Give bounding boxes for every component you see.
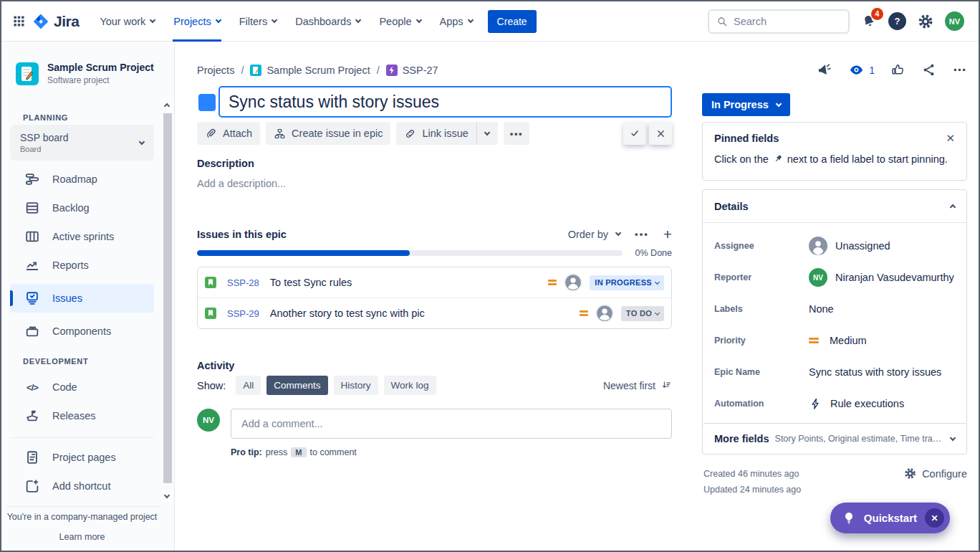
- details-header[interactable]: Details: [703, 190, 966, 223]
- search-input[interactable]: [734, 16, 841, 27]
- link-issue-dropdown[interactable]: [476, 122, 498, 145]
- description-placeholder[interactable]: Add a description...: [197, 178, 286, 189]
- order-by-dropdown[interactable]: Order by: [568, 229, 620, 240]
- quickstart-button[interactable]: Quickstart ✕: [830, 503, 950, 533]
- epic-color-swatch[interactable]: [198, 94, 216, 111]
- reporter-value[interactable]: NV Niranjan Vasudevamurthy: [809, 268, 954, 287]
- profile-avatar[interactable]: NV: [945, 11, 964, 31]
- user-avatar[interactable]: NV: [197, 409, 220, 432]
- filter-history[interactable]: History: [334, 376, 378, 395]
- share-icon[interactable]: [921, 62, 936, 77]
- epic-issue-row[interactable]: SSP-28 To test Sync rules IN PROGRESS: [198, 267, 671, 298]
- sidebar-item-components[interactable]: Components: [10, 317, 154, 346]
- nav-apps[interactable]: Apps: [431, 1, 482, 42]
- close-pinned-button[interactable]: ✕: [946, 132, 955, 145]
- notifications-button[interactable]: 4: [861, 14, 877, 29]
- issue-key-link[interactable]: SSP-28: [227, 277, 259, 288]
- project-header[interactable]: Sample Scrum Project Software project: [16, 62, 154, 85]
- watchers-control[interactable]: 1: [849, 62, 875, 77]
- learn-more-link[interactable]: Learn more: [1, 532, 163, 542]
- breadcrumb-projects[interactable]: Projects: [197, 65, 234, 76]
- components-icon: [24, 323, 41, 339]
- status-transition-button[interactable]: In Progress: [702, 93, 790, 116]
- issue-key-link[interactable]: SSP-29: [227, 308, 259, 319]
- link-issue-button[interactable]: Link issue: [396, 122, 476, 145]
- chevron-down-icon: [950, 434, 956, 440]
- nav-your-work[interactable]: Your work: [90, 1, 164, 42]
- reporter-avatar: NV: [809, 268, 827, 287]
- scrollbar-down-button[interactable]: [161, 489, 173, 503]
- search-box[interactable]: [708, 9, 850, 34]
- sidebar-item-backlog[interactable]: Backlog: [10, 194, 154, 222]
- reporter-name: Niranjan Vasudevamurthy: [835, 272, 954, 283]
- configure-button[interactable]: Configure: [904, 467, 967, 480]
- more-actions-button[interactable]: •••: [504, 122, 529, 145]
- comment-input[interactable]: [231, 409, 672, 439]
- automation-value[interactable]: Rule executions: [809, 397, 904, 411]
- create-issue-in-epic-button[interactable]: Create issue in epic: [266, 122, 390, 145]
- filter-worklog[interactable]: Work log: [384, 376, 436, 395]
- sidebar-item-reports[interactable]: Reports: [10, 251, 154, 280]
- assignee-avatar-icon[interactable]: [564, 273, 582, 292]
- epic-issues-title: Issues in this epic: [197, 229, 287, 240]
- jira-logo-icon: [32, 13, 49, 30]
- sidebar-item-roadmap[interactable]: Roadmap: [10, 165, 154, 194]
- nav-projects[interactable]: Projects: [164, 1, 229, 42]
- issue-title-input[interactable]: [218, 86, 672, 118]
- board-selector[interactable]: SSP board Board: [10, 125, 154, 161]
- sidebar-item-project-pages[interactable]: Project pages: [10, 443, 154, 472]
- sidebar-item-issues[interactable]: Issues: [10, 284, 154, 313]
- jira-window: Jira Your work Projects Filters Dashboar…: [0, 0, 980, 552]
- sidebar-item-releases[interactable]: Releases: [10, 401, 154, 430]
- epic-more-button[interactable]: •••: [635, 229, 649, 239]
- roadmap-icon: [24, 171, 41, 187]
- vote-thumbs-up-icon[interactable]: [890, 62, 905, 77]
- check-icon: [630, 128, 640, 138]
- quickstart-close-button[interactable]: ✕: [925, 508, 944, 528]
- breadcrumb-issue-key[interactable]: SSP-27: [386, 65, 438, 76]
- scrollbar-up-button[interactable]: [161, 97, 173, 112]
- board-text: SSP board Board: [20, 132, 68, 153]
- more-fields-card[interactable]: More fields Story Points, Original estim…: [702, 423, 967, 455]
- sort-order-button[interactable]: Newest first: [603, 380, 672, 391]
- more-actions-icon[interactable]: [952, 62, 967, 77]
- filter-comments[interactable]: Comments: [266, 376, 327, 395]
- breadcrumb-project[interactable]: Sample Scrum Project: [250, 65, 370, 76]
- filter-all[interactable]: All: [236, 376, 261, 395]
- story-icon: [205, 308, 216, 319]
- nav-people[interactable]: People: [370, 1, 430, 42]
- scrollbar-thumb[interactable]: [163, 113, 172, 483]
- jira-logo[interactable]: Jira: [32, 13, 79, 30]
- more-fields-summary: Story Points, Original estimate, Time tr…: [775, 434, 945, 444]
- chevron-down-icon: [415, 17, 421, 23]
- feedback-megaphone-icon[interactable]: [816, 61, 835, 80]
- priority-text: Medium: [830, 335, 867, 346]
- sidebar-item-active-sprints[interactable]: Active sprints: [10, 222, 154, 251]
- confirm-title-button[interactable]: [623, 122, 646, 145]
- story-icon: [205, 277, 216, 288]
- settings-button[interactable]: [918, 14, 933, 29]
- status-dropdown[interactable]: IN PROGRESS: [590, 275, 664, 290]
- labels-value[interactable]: None: [809, 303, 834, 315]
- assignee-value[interactable]: Unassigned: [809, 237, 890, 255]
- priority-value[interactable]: Medium: [809, 335, 867, 346]
- add-issue-button[interactable]: +: [663, 227, 672, 242]
- field-priority: Priority Medium: [714, 325, 955, 356]
- help-button[interactable]: ?: [888, 12, 906, 30]
- nav-filters[interactable]: Filters: [230, 1, 286, 42]
- status-dropdown[interactable]: TO DO: [621, 306, 664, 321]
- sidebar-item-code[interactable]: </> Code: [10, 373, 154, 401]
- chevron-down-icon: [484, 129, 490, 135]
- create-button[interactable]: Create: [488, 10, 537, 33]
- link-icon: [404, 128, 416, 140]
- attach-button[interactable]: Attach: [197, 122, 260, 145]
- epic-name-value[interactable]: Sync status with story issues: [809, 366, 941, 378]
- epic-issue-row[interactable]: SSP-29 Another story to test sync with p…: [198, 298, 671, 328]
- sidebar-item-add-shortcut[interactable]: Add shortcut: [10, 472, 154, 500]
- assignee-avatar-icon[interactable]: [595, 304, 614, 323]
- project-avatar: [16, 62, 39, 85]
- app-switcher-button[interactable]: [13, 15, 25, 27]
- cancel-title-button[interactable]: [649, 122, 672, 145]
- nav-dashboards[interactable]: Dashboards: [286, 1, 370, 42]
- nav-label: People: [379, 16, 411, 27]
